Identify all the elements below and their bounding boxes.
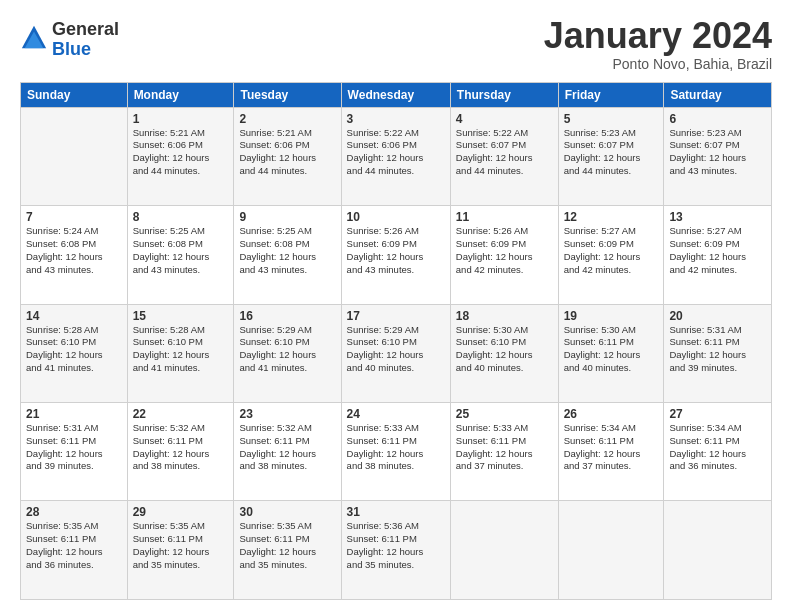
day-number: 24 (347, 407, 445, 421)
calendar-cell (450, 501, 558, 600)
day-number: 20 (669, 309, 766, 323)
day-number: 23 (239, 407, 335, 421)
day-number: 8 (133, 210, 229, 224)
cell-text: Sunrise: 5:30 AMSunset: 6:11 PMDaylight:… (564, 324, 659, 375)
calendar-cell: 1Sunrise: 5:21 AMSunset: 6:06 PMDaylight… (127, 107, 234, 205)
calendar-cell: 21Sunrise: 5:31 AMSunset: 6:11 PMDayligh… (21, 403, 128, 501)
calendar-cell: 17Sunrise: 5:29 AMSunset: 6:10 PMDayligh… (341, 304, 450, 402)
calendar-cell: 22Sunrise: 5:32 AMSunset: 6:11 PMDayligh… (127, 403, 234, 501)
day-number: 19 (564, 309, 659, 323)
col-sunday: Sunday (21, 82, 128, 107)
day-number: 25 (456, 407, 553, 421)
calendar-row-3: 14Sunrise: 5:28 AMSunset: 6:10 PMDayligh… (21, 304, 772, 402)
calendar-cell: 7Sunrise: 5:24 AMSunset: 6:08 PMDaylight… (21, 206, 128, 304)
day-number: 12 (564, 210, 659, 224)
calendar-cell: 6Sunrise: 5:23 AMSunset: 6:07 PMDaylight… (664, 107, 772, 205)
col-saturday: Saturday (664, 82, 772, 107)
cell-text: Sunrise: 5:27 AMSunset: 6:09 PMDaylight:… (564, 225, 659, 276)
day-number: 16 (239, 309, 335, 323)
cell-text: Sunrise: 5:28 AMSunset: 6:10 PMDaylight:… (133, 324, 229, 375)
calendar-table: Sunday Monday Tuesday Wednesday Thursday… (20, 82, 772, 600)
day-number: 17 (347, 309, 445, 323)
day-number: 18 (456, 309, 553, 323)
logo-text: General Blue (52, 20, 119, 60)
cell-text: Sunrise: 5:23 AMSunset: 6:07 PMDaylight:… (564, 127, 659, 178)
calendar-cell: 29Sunrise: 5:35 AMSunset: 6:11 PMDayligh… (127, 501, 234, 600)
cell-text: Sunrise: 5:35 AMSunset: 6:11 PMDaylight:… (239, 520, 335, 571)
cell-text: Sunrise: 5:24 AMSunset: 6:08 PMDaylight:… (26, 225, 122, 276)
month-title: January 2024 (544, 16, 772, 56)
cell-text: Sunrise: 5:29 AMSunset: 6:10 PMDaylight:… (239, 324, 335, 375)
calendar-cell: 26Sunrise: 5:34 AMSunset: 6:11 PMDayligh… (558, 403, 664, 501)
calendar-cell (558, 501, 664, 600)
day-number: 28 (26, 505, 122, 519)
cell-text: Sunrise: 5:29 AMSunset: 6:10 PMDaylight:… (347, 324, 445, 375)
day-number: 30 (239, 505, 335, 519)
location-subtitle: Ponto Novo, Bahia, Brazil (544, 56, 772, 72)
calendar-cell: 13Sunrise: 5:27 AMSunset: 6:09 PMDayligh… (664, 206, 772, 304)
calendar-cell: 15Sunrise: 5:28 AMSunset: 6:10 PMDayligh… (127, 304, 234, 402)
calendar-body: 1Sunrise: 5:21 AMSunset: 6:06 PMDaylight… (21, 107, 772, 599)
cell-text: Sunrise: 5:25 AMSunset: 6:08 PMDaylight:… (239, 225, 335, 276)
calendar-cell: 3Sunrise: 5:22 AMSunset: 6:06 PMDaylight… (341, 107, 450, 205)
calendar-cell: 11Sunrise: 5:26 AMSunset: 6:09 PMDayligh… (450, 206, 558, 304)
cell-text: Sunrise: 5:27 AMSunset: 6:09 PMDaylight:… (669, 225, 766, 276)
cell-text: Sunrise: 5:34 AMSunset: 6:11 PMDaylight:… (564, 422, 659, 473)
day-number: 9 (239, 210, 335, 224)
cell-text: Sunrise: 5:31 AMSunset: 6:11 PMDaylight:… (26, 422, 122, 473)
calendar-cell: 14Sunrise: 5:28 AMSunset: 6:10 PMDayligh… (21, 304, 128, 402)
logo-general: General (52, 20, 119, 40)
col-thursday: Thursday (450, 82, 558, 107)
cell-text: Sunrise: 5:26 AMSunset: 6:09 PMDaylight:… (456, 225, 553, 276)
header-row: Sunday Monday Tuesday Wednesday Thursday… (21, 82, 772, 107)
cell-text: Sunrise: 5:33 AMSunset: 6:11 PMDaylight:… (347, 422, 445, 473)
day-number: 27 (669, 407, 766, 421)
cell-text: Sunrise: 5:36 AMSunset: 6:11 PMDaylight:… (347, 520, 445, 571)
cell-text: Sunrise: 5:30 AMSunset: 6:10 PMDaylight:… (456, 324, 553, 375)
calendar-cell: 9Sunrise: 5:25 AMSunset: 6:08 PMDaylight… (234, 206, 341, 304)
day-number: 6 (669, 112, 766, 126)
cell-text: Sunrise: 5:26 AMSunset: 6:09 PMDaylight:… (347, 225, 445, 276)
day-number: 1 (133, 112, 229, 126)
cell-text: Sunrise: 5:35 AMSunset: 6:11 PMDaylight:… (26, 520, 122, 571)
cell-text: Sunrise: 5:33 AMSunset: 6:11 PMDaylight:… (456, 422, 553, 473)
calendar-cell (664, 501, 772, 600)
calendar-cell: 10Sunrise: 5:26 AMSunset: 6:09 PMDayligh… (341, 206, 450, 304)
calendar-cell: 2Sunrise: 5:21 AMSunset: 6:06 PMDaylight… (234, 107, 341, 205)
cell-text: Sunrise: 5:25 AMSunset: 6:08 PMDaylight:… (133, 225, 229, 276)
calendar-cell: 27Sunrise: 5:34 AMSunset: 6:11 PMDayligh… (664, 403, 772, 501)
col-tuesday: Tuesday (234, 82, 341, 107)
cell-text: Sunrise: 5:32 AMSunset: 6:11 PMDaylight:… (133, 422, 229, 473)
day-number: 2 (239, 112, 335, 126)
col-friday: Friday (558, 82, 664, 107)
calendar-cell: 31Sunrise: 5:36 AMSunset: 6:11 PMDayligh… (341, 501, 450, 600)
cell-text: Sunrise: 5:35 AMSunset: 6:11 PMDaylight:… (133, 520, 229, 571)
cell-text: Sunrise: 5:23 AMSunset: 6:07 PMDaylight:… (669, 127, 766, 178)
day-number: 22 (133, 407, 229, 421)
day-number: 5 (564, 112, 659, 126)
title-block: January 2024 Ponto Novo, Bahia, Brazil (544, 16, 772, 72)
logo-icon (20, 24, 48, 52)
calendar-cell: 5Sunrise: 5:23 AMSunset: 6:07 PMDaylight… (558, 107, 664, 205)
cell-text: Sunrise: 5:21 AMSunset: 6:06 PMDaylight:… (133, 127, 229, 178)
calendar-cell: 4Sunrise: 5:22 AMSunset: 6:07 PMDaylight… (450, 107, 558, 205)
day-number: 31 (347, 505, 445, 519)
calendar-cell: 8Sunrise: 5:25 AMSunset: 6:08 PMDaylight… (127, 206, 234, 304)
day-number: 26 (564, 407, 659, 421)
calendar-cell: 16Sunrise: 5:29 AMSunset: 6:10 PMDayligh… (234, 304, 341, 402)
cell-text: Sunrise: 5:34 AMSunset: 6:11 PMDaylight:… (669, 422, 766, 473)
header: General Blue January 2024 Ponto Novo, Ba… (20, 16, 772, 72)
day-number: 4 (456, 112, 553, 126)
cell-text: Sunrise: 5:28 AMSunset: 6:10 PMDaylight:… (26, 324, 122, 375)
calendar-cell: 24Sunrise: 5:33 AMSunset: 6:11 PMDayligh… (341, 403, 450, 501)
page: General Blue January 2024 Ponto Novo, Ba… (0, 0, 792, 612)
calendar-row-1: 1Sunrise: 5:21 AMSunset: 6:06 PMDaylight… (21, 107, 772, 205)
day-number: 13 (669, 210, 766, 224)
logo-blue: Blue (52, 40, 119, 60)
calendar-cell: 19Sunrise: 5:30 AMSunset: 6:11 PMDayligh… (558, 304, 664, 402)
day-number: 14 (26, 309, 122, 323)
calendar-cell: 12Sunrise: 5:27 AMSunset: 6:09 PMDayligh… (558, 206, 664, 304)
calendar-cell: 20Sunrise: 5:31 AMSunset: 6:11 PMDayligh… (664, 304, 772, 402)
day-number: 21 (26, 407, 122, 421)
calendar-cell: 18Sunrise: 5:30 AMSunset: 6:10 PMDayligh… (450, 304, 558, 402)
